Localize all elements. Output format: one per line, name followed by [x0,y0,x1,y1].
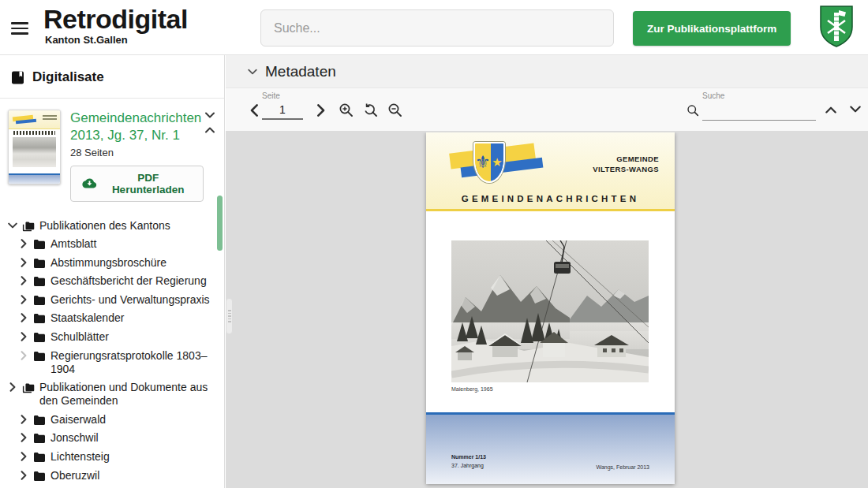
zoom-reset-icon [363,102,378,117]
document-viewer[interactable]: ⚜ ★ GEMEINDE VILTERS-WANGS GEMEINDENACHR… [226,132,868,488]
global-search-input[interactable] [260,9,614,47]
chevron-right-icon[interactable] [19,276,28,285]
tree-item-amtsblatt[interactable]: Amtsblatt [6,237,219,251]
document-card: Gemeindenachrichten 2013, Jg. 37, Nr. 1 … [0,99,224,211]
tree-item-schulblaetter[interactable]: Schulblätter [6,330,219,344]
cover-footer: Nummer 1/13 37. Jahrgang Wangs, Februar … [426,412,675,484]
zoom-in-button[interactable] [339,102,354,117]
sidebar-scrollbar-thumb[interactable] [217,196,223,251]
chevron-right-icon[interactable] [19,258,28,267]
app-window: Retrodigital Kanton St.Gallen Zur Publik… [0,0,868,488]
tree-item-label: Publikationen des Kantons [39,219,219,233]
tree-item-label: Abstimmungsbroschüre [51,256,219,270]
star-icon: ★ [491,143,503,181]
tree-item-gerichtspraxis[interactable]: Gerichts- und Verwaltungspraxis [6,293,219,307]
tree-item-label: Geschäftsbericht der Regierung [51,274,219,288]
chevron-right-icon[interactable] [8,382,17,392]
folder-icon [33,471,46,482]
chevron-down-icon[interactable] [8,221,17,230]
tree-item-staatskalender[interactable]: Staatskalender [6,311,219,325]
date-place: Wangs, Februar 2013 [597,464,649,470]
folder-tree: Publikationen des Kantons Amtsblatt Abst… [0,211,224,488]
chevron-right-icon[interactable] [19,452,28,461]
search-icon [687,104,699,120]
tree-item-lichtensteig[interactable]: Lichtensteig [6,450,219,464]
tree-item-label: Amtsblatt [51,237,219,251]
chevron-right-icon[interactable] [19,351,28,360]
tree-item-abstimmungsbroschuere[interactable]: Abstimmungsbroschüre [6,256,219,270]
st-gallen-coat-of-arms [819,5,854,52]
tree-item-label: Schulblätter [51,330,219,344]
tree-item-label: Gerichts- und Verwaltungspraxis [51,293,219,307]
tree-item-label: Regierungsratsprotokolle 1803–1904 [51,349,219,376]
folder-icon [33,332,46,343]
chevron-right-icon[interactable] [19,295,28,304]
chevron-right-icon[interactable] [19,471,28,480]
document-title-link[interactable]: Gemeindenachrichten 2013, Jg. 37, Nr. 1 [70,110,204,144]
tree-item-gaiserwald[interactable]: Gaiserwald [6,413,219,427]
municipality-name: GEMEINDE VILTERS-WANGS [593,155,659,175]
sidebar: Digitalisate Gemeindenachrichten 2013, J… [0,55,225,488]
fleur-de-lis-icon: ⚜ [475,143,491,181]
volume: 37. Jahrgang [451,463,484,468]
tree-item-label: Jonschwil [51,431,219,445]
zoom-out-button[interactable] [387,102,402,117]
tree-item-geschaeftsbericht[interactable]: Geschäftsbericht der Regierung [6,274,219,288]
tree-item-label: Lichtensteig [51,450,219,464]
brand[interactable]: Retrodigital Kanton St.Gallen [43,5,188,46]
publication-platform-button[interactable]: Zur Publikationsplattform [633,11,791,46]
pdf-download-label: PDF Herunterladen [103,172,193,196]
tree-item-publikationen-gemeinden[interactable]: Publikationen und Dokumente aus den Geme… [6,381,219,408]
viewer-toolbar: Seite Suche [226,88,868,132]
tree-item-label: Staatskalender [51,311,219,325]
document-page[interactable]: ⚜ ★ GEMEINDE VILTERS-WANGS GEMEINDENACHR… [426,132,675,484]
panel-resize-handle[interactable] [226,298,233,334]
vilters-wangs-shield: ⚜ ★ [473,142,505,183]
chevron-right-icon[interactable] [19,313,28,322]
page-label: Seite [262,91,308,100]
page-number-field: Seite [262,91,308,120]
pdf-download-button[interactable]: PDF Herunterladen [70,166,204,202]
chevron-right-icon[interactable] [19,332,28,341]
chevron-right-icon[interactable] [19,433,28,442]
tree-item-oberuzwil[interactable]: Oberuzwil [6,469,219,482]
next-page-button[interactable] [315,104,326,117]
page-number-input[interactable] [262,100,303,120]
folder-icon [33,276,46,287]
find-previous-button[interactable] [825,105,837,114]
zoom-in-icon [339,102,354,117]
masthead-title: GEMEINDENACHRICHTEN [426,194,675,203]
previous-page-button[interactable] [249,104,260,117]
folder-icon [33,258,46,269]
folder-icon [33,452,46,463]
hamburger-menu-icon[interactable] [11,19,33,38]
document-search-field: Suche [702,91,816,121]
folder-icon [33,313,46,324]
find-next-button[interactable] [849,105,862,114]
tree-item-label: Gaiserwald [51,413,219,427]
issue-number: Nummer 1/13 [451,453,486,462]
zoom-reset-button[interactable] [363,102,378,117]
top-header: Retrodigital Kanton St.Gallen Zur Publik… [0,0,868,55]
cover-photo [451,240,649,382]
document-search-input[interactable] [702,100,816,121]
tree-item-jonschwil[interactable]: Jonschwil [6,431,219,445]
tree-item-publikationen-kantons[interactable]: Publikationen des Kantons [6,219,219,233]
chevron-down-icon [248,67,257,76]
tree-item-regierungsratsprotokolle[interactable]: Regierungsratsprotokolle 1803–1904 [6,349,219,376]
cover-masthead: ⚜ ★ GEMEINDE VILTERS-WANGS GEMEINDENACHR… [426,132,675,211]
chevron-right-icon[interactable] [19,239,28,248]
sidebar-title: Digitalisate [32,69,104,85]
sidebar-header: Digitalisate [0,55,224,99]
folder-icon [33,433,46,444]
book-icon [11,71,24,84]
metadata-title: Metadaten [265,63,336,80]
page-count: 28 Seiten [70,147,204,158]
document-thumbnail[interactable] [8,110,61,184]
metadata-section-header[interactable]: Metadaten [226,55,868,88]
collapse-card-icon[interactable] [204,108,218,125]
folder-icon [33,295,46,306]
chevron-right-icon[interactable] [19,415,28,424]
app-title: Retrodigital [43,5,188,34]
app-subtitle: Kanton St.Gallen [43,34,188,46]
